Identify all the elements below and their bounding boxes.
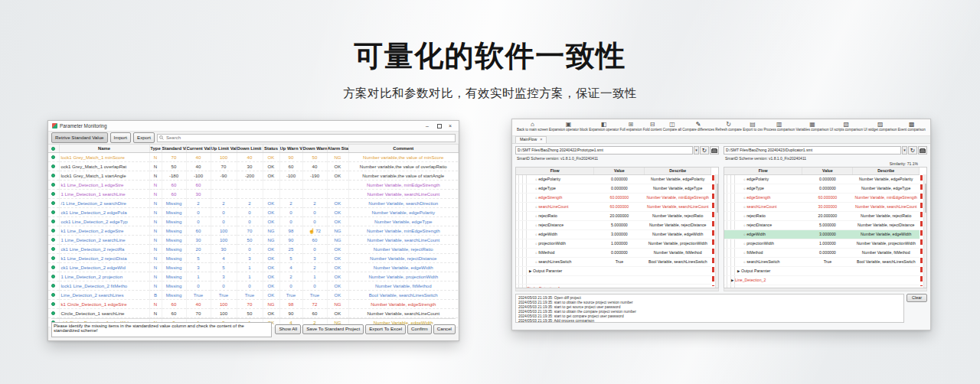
table-row[interactable]: lock1 Line_Detection_2 fitMethoNMissing0… — [48, 281, 459, 290]
table-row[interactable]: Line_Detection_2 searchLinesBMissingTrue… — [48, 290, 459, 299]
table-row[interactable]: 1 Line_Detection_2 searchLineNMissing301… — [48, 235, 459, 244]
tree-node-row[interactable]: ▶ Circle_Detection_1 — [516, 284, 711, 288]
tree-row[interactable]: ○ searchLineCount30.000000Number Variabl… — [724, 202, 920, 211]
toolbar-refresh-compare[interactable]: ↻Refresh compare — [715, 121, 742, 132]
table-row[interactable]: k1 Circle_Detection_1 edgeStreN604010070… — [48, 299, 459, 308]
table-row[interactable]: ck1 Line_Detection_2 edgeWidNMissing351O… — [48, 262, 459, 272]
tree-row[interactable]: ○ edgeType0.000000Number Variable, edgeT… — [516, 184, 711, 193]
tree-row[interactable]: ○ edgeWidth3.000000Number Variable, edge… — [516, 229, 711, 239]
toolbar-fold-content[interactable]: ⊟Fold content — [643, 121, 662, 132]
import-button[interactable]: Import — [110, 132, 132, 142]
export-to-excel-button[interactable]: Export To Excel — [365, 324, 406, 334]
cell-down_warn: True — [302, 290, 327, 299]
tree-row[interactable]: ○ searchLineCount60.000000Number Variabl… — [516, 202, 711, 211]
toolbar-back-to-main-screen[interactable]: ⌂Back to main screen — [517, 121, 548, 132]
table-row[interactable]: lock1 Grey_Match_1 minScoreN704010040OK9… — [48, 152, 459, 161]
browse-folder-button[interactable] — [918, 146, 927, 155]
vertical-scrollbar[interactable] — [715, 174, 718, 288]
window-title: Parameter Monitoring — [60, 123, 420, 129]
toolbar-expansion-operator-block[interactable]: ▣Expansion operator block — [549, 121, 588, 132]
status-dot-icon — [51, 183, 55, 187]
save-to-standard-project-button[interactable]: Save To Standard Project — [302, 324, 364, 334]
tree-row[interactable]: ○ searchLinesSwitchTrueBool Variable, se… — [516, 257, 711, 266]
cell-alarm: NG — [327, 235, 348, 244]
toolbar-ui-widget-comparison[interactable]: ▨UI widget comparison — [864, 121, 897, 132]
table-row[interactable]: ock1 Line_Detection_2 edgeTypNMissing000… — [48, 216, 459, 226]
table-row[interactable]: ck1 Line_Detection_2 rejectRaNMissing203… — [48, 244, 459, 253]
close-button[interactable]: × — [446, 122, 455, 131]
tree-row[interactable]: ○ edgeWidth3.000000Number Variable, edge… — [724, 229, 920, 239]
tree-row[interactable]: ○ edgePolarity0.000000Number Variable, e… — [724, 174, 920, 184]
tree-row[interactable]: ○ edgeType0.000000Number Variable, edgeT… — [724, 184, 920, 193]
browse-folder-button[interactable] — [710, 146, 719, 155]
export-button[interactable]: Export — [133, 132, 155, 142]
tree-node-row[interactable]: ▶ Line_Detection_2 — [724, 275, 920, 285]
cell-up_warn: 98 — [279, 226, 302, 235]
table-row[interactable]: k1 Line_Detection_2 edgeStreNMissing6010… — [48, 226, 459, 235]
horizontal-scrollbar[interactable] — [724, 288, 927, 291]
toolbar-process-comparison[interactable]: ▥Process comparison — [763, 121, 795, 132]
show-all-button[interactable]: Show All — [275, 324, 301, 334]
toolbar-compare-differences[interactable]: ✎Compare differences — [682, 121, 714, 132]
tree-row[interactable]: ○ edgePolarity0.000000Number Variable, e… — [516, 174, 711, 184]
minimize-button[interactable]: – — [423, 122, 432, 131]
refresh-icon[interactable]: ↻ — [908, 146, 917, 155]
tree-row[interactable]: ○ fitMethod0.000000Number Variable, fitM… — [724, 248, 920, 257]
cell-up_warn: 2 — [279, 198, 302, 207]
cell-comment: Number Variable, searchDirection — [348, 198, 459, 207]
table-row[interactable]: ock1 Grey_Match_1 overlapRatN50407030OK6… — [48, 161, 459, 171]
tree-row[interactable]: ○ rejectRatio20.000000Number Variable, r… — [516, 211, 711, 220]
table-row[interactable]: k1 Line_Detection_2 rejectDistaNMissing5… — [48, 253, 459, 262]
tab-close-icon[interactable]: × — [540, 138, 542, 142]
toolbar-full-expansion[interactable]: ⊞Full expansion — [619, 121, 642, 132]
table-row[interactable]: k1 Line_Detection_1 edgeStreN6060Number … — [48, 180, 459, 189]
toolbar-export-to-csv[interactable]: ▤Export to csv — [743, 121, 763, 132]
cell-flow: ▶ Line_Detection_2 — [724, 275, 920, 285]
vertical-scrollbar[interactable] — [923, 174, 926, 288]
cell-current: 30 — [186, 235, 211, 244]
retrieve-standard-value-button[interactable]: Retrive Standard Value — [51, 132, 108, 142]
tree-row[interactable]: ○ edgeStrength60.000000Number Variable, … — [516, 193, 711, 202]
tree-node-row[interactable]: ▶ Circle_Detection_1 — [724, 285, 920, 288]
maximize-button[interactable] — [434, 122, 443, 131]
cell-up_warn: 0 — [279, 207, 302, 216]
clear-button[interactable]: Clear — [906, 294, 927, 302]
toolbar-ui-scripts-comparison[interactable]: ▧UI scripts comparison — [830, 121, 863, 132]
tree-row[interactable]: ○ projectionWidth1.000000Number Variable… — [516, 239, 711, 248]
tree-row[interactable]: ○ projectionWidth1.000000Number Variable… — [724, 239, 920, 248]
tree-row[interactable]: ○ fitMethod0.000000Number Variable, fitM… — [516, 248, 711, 257]
refresh-icon[interactable]: ↻ — [700, 146, 709, 155]
search-input[interactable] — [157, 134, 456, 142]
folder-icon — [711, 149, 717, 153]
dropdown-icon[interactable]: ▾ — [694, 146, 699, 155]
cell-comment: Bool Variable, searchLinesSwitch — [348, 290, 459, 299]
confirm-button[interactable]: Confirm — [407, 324, 432, 334]
source-file-path-input[interactable]: D:/SMT Files/BaoZhong 20240422/Prototype… — [515, 146, 693, 155]
toolbar-label: UI scripts comparison — [830, 128, 863, 132]
horizontal-scrollbar[interactable] — [515, 288, 719, 291]
table-row[interactable]: Circle_Detection_1 searchLineN607010050O… — [48, 308, 459, 317]
toolbar-expansion-operator[interactable]: ◧Expansion operator — [589, 121, 619, 132]
table-row[interactable]: 1 Line_Detection_1 searchLineN6030Number… — [48, 189, 459, 198]
tree-node-row[interactable]: ▶ Output Paramter — [516, 266, 711, 275]
tab-mainflow[interactable]: MainFlow × — [515, 136, 547, 144]
toolbar-variables-comparison[interactable]: ▦Variables comparison — [795, 121, 828, 132]
toolbar-event-comparison[interactable]: ▩Event comparison — [898, 121, 926, 132]
table-row[interactable]: ck1 Line_Detection_2 edgePolaNMissing000… — [48, 207, 459, 216]
tree-node-row[interactable]: ▶ Output Paramter — [724, 266, 920, 275]
dropdown-icon[interactable]: ▾ — [902, 146, 907, 155]
tree-row[interactable]: ○ searchLinesSwitchTrueBool Variable, se… — [724, 257, 920, 266]
compare-file-path-input[interactable]: D:/SMT Files/BaoZhong 20240423/Duplicato… — [724, 146, 901, 155]
tree-row[interactable]: ○ rejectRatio20.000000Number Variable, r… — [724, 211, 920, 220]
tree-row[interactable]: ○ edgeStrength60.000000Number Variable, … — [724, 193, 920, 202]
table-row[interactable]: lock1 Grey_Match_1 startAngleN-180-100-9… — [48, 171, 459, 180]
table-row[interactable]: 1 Line_Detection_2 projectionNMissing131… — [48, 272, 459, 281]
tree-row[interactable]: ○ rejectDistance5.000000Number Variable,… — [516, 220, 711, 229]
toolbar-compare-all[interactable]: ◫Compare all — [663, 121, 681, 132]
tree-row[interactable]: ○ rejectDistance5.000000Number Variable,… — [724, 220, 920, 229]
cell-flow: ○ rejectRatio — [516, 211, 594, 220]
cell-down_warn: 60 — [302, 308, 327, 317]
cancel-button[interactable]: Cancel — [433, 324, 456, 334]
table-row[interactable]: /1 Line_Detection_2 searchDireNMissing22… — [48, 198, 459, 207]
cell-value: 5.000000 — [594, 220, 645, 229]
